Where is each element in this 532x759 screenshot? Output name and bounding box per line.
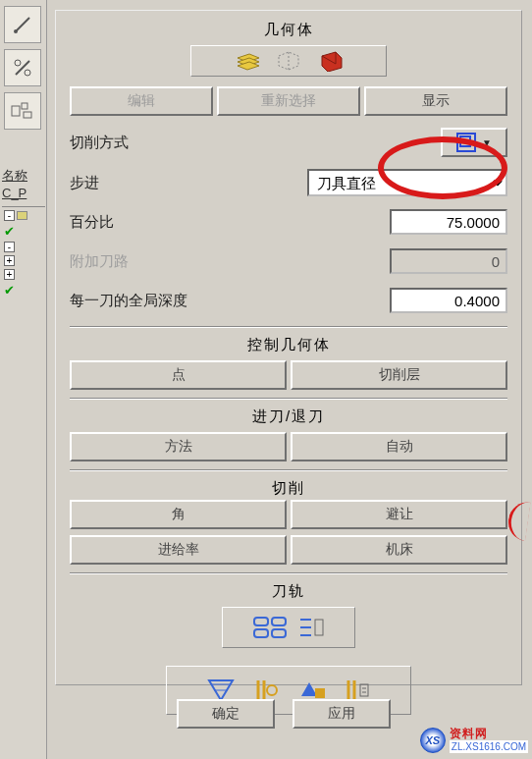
cutting-row1: 角 避让 xyxy=(70,500,507,529)
tree-item-6[interactable]: ✔ xyxy=(4,283,45,298)
left-toolbar: 名称 C_P - ✔ - + + ✔ xyxy=(0,0,47,759)
geo-box-icon[interactable] xyxy=(275,50,302,72)
check-icon: ✔ xyxy=(4,283,15,298)
line-icon xyxy=(12,14,33,35)
tree-item-2[interactable]: ✔ xyxy=(4,224,45,239)
dropdown-arrow-icon: ▼ xyxy=(482,137,492,148)
expand-icon[interactable]: - xyxy=(4,210,15,221)
svg-rect-5 xyxy=(12,106,20,116)
geo-stack-icon[interactable] xyxy=(234,50,261,72)
machine-button[interactable]: 机床 xyxy=(291,535,507,565)
watermark-top: 资料网 xyxy=(450,728,528,740)
folder-icon xyxy=(17,211,27,220)
geometry-icons xyxy=(190,45,387,77)
add-tool-label: 附加刀路 xyxy=(70,252,390,271)
expand-icon[interactable]: - xyxy=(4,242,15,252)
cutting-row2: 进给率 机床 xyxy=(70,535,507,565)
watermark-bot: ZL.XS1616.COM xyxy=(450,740,528,753)
concentric-icon xyxy=(456,133,476,152)
main-dialog: 几何体 编辑 重新选择 显示 切削方式 ▼ 步进 刀具直径 百分比 附加刀路 每… xyxy=(55,10,522,685)
cut-method-label: 切削方式 xyxy=(70,134,441,152)
separator xyxy=(70,572,507,574)
footer-buttons: 确定 应用 xyxy=(177,699,391,729)
svg-point-1 xyxy=(14,29,18,33)
cut-method-row: 切削方式 ▼ xyxy=(70,128,507,157)
svg-rect-18 xyxy=(272,629,286,637)
tool-icon-3[interactable] xyxy=(4,92,41,130)
step-select[interactable]: 刀具直径 xyxy=(307,169,507,196)
global-depth-input[interactable] xyxy=(390,288,507,313)
svg-rect-27 xyxy=(360,684,368,696)
percent-label: 百分比 xyxy=(70,213,390,232)
tree-item-1[interactable]: - xyxy=(4,210,45,221)
check-icon: ✔ xyxy=(4,224,15,239)
svg-point-3 xyxy=(15,60,21,66)
cutting-title: 切削 xyxy=(70,479,507,498)
separator xyxy=(70,398,507,400)
expand-icon[interactable]: + xyxy=(4,269,15,280)
watermark-text: 资料网 ZL.XS1616.COM xyxy=(450,728,528,753)
svg-point-4 xyxy=(25,70,30,76)
expand-icon[interactable]: + xyxy=(4,255,15,266)
tree-col-name: 名称 xyxy=(2,167,45,185)
auto-button[interactable]: 自动 xyxy=(291,432,507,461)
tree-col-cp: C_P xyxy=(2,185,45,202)
global-depth-label: 每一刀的全局深度 xyxy=(70,292,390,310)
geo-solid-icon[interactable] xyxy=(316,50,344,72)
method-button[interactable]: 方法 xyxy=(70,432,287,461)
add-tool-input xyxy=(390,248,507,274)
inout-buttons: 方法 自动 xyxy=(70,432,507,461)
display-button[interactable]: 显示 xyxy=(364,86,507,116)
cut-method-combo[interactable]: ▼ xyxy=(441,128,507,157)
inout-title: 进刀/退刀 xyxy=(70,407,507,426)
add-tool-row: 附加刀路 xyxy=(70,247,507,275)
cutlayer-button[interactable]: 切削层 xyxy=(291,360,507,390)
svg-rect-26 xyxy=(315,688,325,698)
point-button[interactable]: 点 xyxy=(70,360,287,390)
step-label: 步进 xyxy=(70,174,307,192)
svg-point-25 xyxy=(267,685,277,695)
svg-rect-22 xyxy=(315,620,323,635)
svg-rect-6 xyxy=(22,103,27,109)
apply-button[interactable]: 应用 xyxy=(293,699,391,729)
separator xyxy=(70,326,507,328)
geometry-buttons: 编辑 重新选择 显示 xyxy=(70,86,507,116)
watermark: XS 资料网 ZL.XS1616.COM xyxy=(420,728,528,753)
control-geo-title: 控制几何体 xyxy=(70,336,507,354)
feedrate-button[interactable]: 进给率 xyxy=(70,535,287,565)
step-row: 步进 刀具直径 xyxy=(70,169,507,196)
separator xyxy=(70,469,507,471)
avoid-button[interactable]: 避让 xyxy=(291,500,507,529)
corner-button[interactable]: 角 xyxy=(70,500,287,529)
toolpath-icons xyxy=(222,607,355,648)
tree-view: 名称 C_P - ✔ - + + ✔ xyxy=(2,167,45,298)
tree-item-4[interactable]: + xyxy=(4,255,45,266)
control-geo-buttons: 点 切削层 xyxy=(70,360,507,390)
svg-rect-16 xyxy=(254,629,268,637)
toolpath-title: 刀轨 xyxy=(70,582,507,601)
tree-item-3[interactable]: - xyxy=(4,242,45,252)
percent-icon xyxy=(12,57,33,79)
svg-rect-15 xyxy=(254,618,268,625)
edit-button: 编辑 xyxy=(70,86,213,116)
svg-rect-17 xyxy=(272,618,286,625)
tool-icon-1[interactable] xyxy=(4,6,41,43)
ok-button[interactable]: 确定 xyxy=(177,699,275,729)
toolpath-icon-2[interactable] xyxy=(297,616,325,639)
tree-item-5[interactable]: + xyxy=(4,269,45,280)
percent-row: 百分比 xyxy=(70,208,507,236)
svg-line-2 xyxy=(16,61,29,75)
reselect-button: 重新选择 xyxy=(217,86,360,116)
percent-input[interactable] xyxy=(390,209,507,235)
multi-icon xyxy=(10,100,35,122)
global-depth-row: 每一刀的全局深度 xyxy=(70,287,507,314)
svg-rect-7 xyxy=(24,112,31,118)
svg-line-0 xyxy=(16,18,29,31)
tool-icon-2[interactable] xyxy=(4,49,41,86)
watermark-logo-icon: XS xyxy=(420,728,446,753)
geometry-title: 几何体 xyxy=(70,21,507,39)
tree-header: 名称 C_P xyxy=(2,167,45,207)
toolpath-icon-1[interactable] xyxy=(252,616,288,639)
